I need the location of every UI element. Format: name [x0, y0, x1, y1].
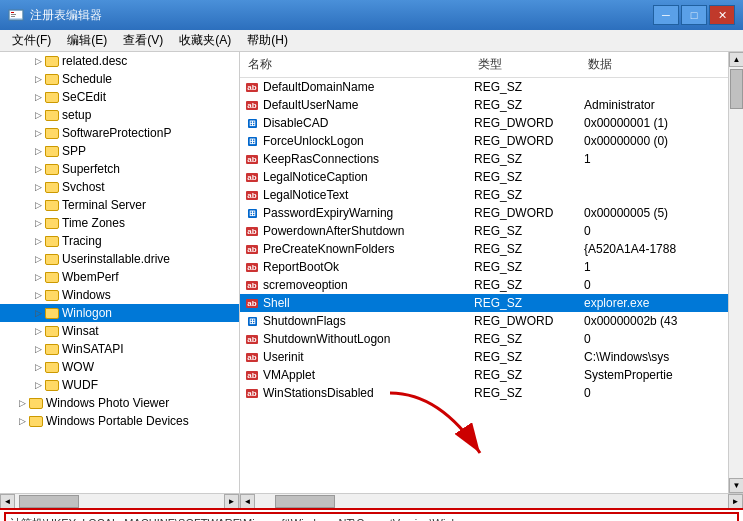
- tree-item[interactable]: ▷WbemPerf: [0, 268, 239, 286]
- tree-item-label: setup: [62, 108, 91, 122]
- tree-item[interactable]: ▷Userinstallable.drive: [0, 250, 239, 268]
- reg-cell-name: abShutdownWithoutLogon: [240, 332, 470, 346]
- tree-item[interactable]: ▷SoftwareProtectionP: [0, 124, 239, 142]
- reg-cell-data: C:\Windows\sys: [580, 350, 728, 364]
- registry-row[interactable]: abKeepRasConnectionsREG_SZ1: [240, 150, 728, 168]
- registry-row[interactable]: abShellREG_SZexplorer.exe: [240, 294, 728, 312]
- menu-edit[interactable]: 编辑(E): [59, 30, 115, 51]
- reg-name-text: DisableCAD: [263, 116, 328, 130]
- reg-name-text: ShutdownFlags: [263, 314, 346, 328]
- title-bar: 注册表编辑器 ─ □ ✕: [0, 0, 743, 30]
- registry-row[interactable]: abLegalNoticeTextREG_SZ: [240, 186, 728, 204]
- tree-item[interactable]: ▷Winlogon: [0, 304, 239, 322]
- reg-name-text: WinStationsDisabled: [263, 386, 374, 400]
- ab-icon: ab: [244, 386, 260, 400]
- scroll-up-button[interactable]: ▲: [729, 52, 743, 67]
- right-scrollbar[interactable]: ▲ ▼: [728, 52, 743, 493]
- hscroll-right-right-btn[interactable]: ►: [728, 494, 743, 509]
- reg-cell-type: REG_DWORD: [470, 206, 580, 220]
- tree-item[interactable]: ▷Schedule: [0, 70, 239, 88]
- registry-row[interactable]: abPreCreateKnownFoldersREG_SZ{A520A1A4-1…: [240, 240, 728, 258]
- hscroll-thumb-left[interactable]: [19, 495, 79, 508]
- reg-cell-type: REG_SZ: [470, 332, 580, 346]
- hscroll-track-right[interactable]: [255, 494, 728, 509]
- tree-item-label: SeCEdit: [62, 90, 106, 104]
- reg-cell-type: REG_SZ: [470, 188, 580, 202]
- tree-panel: ▷related.desc▷Schedule▷SeCEdit▷setup▷Sof…: [0, 52, 240, 493]
- registry-row[interactable]: abLegalNoticeCaptionREG_SZ: [240, 168, 728, 186]
- registry-content[interactable]: abDefaultDomainNameREG_SZabDefaultUserNa…: [240, 78, 728, 493]
- tree-item[interactable]: ▷setup: [0, 106, 239, 124]
- reg-name-text: ReportBootOk: [263, 260, 339, 274]
- tree-item-label: WinSATAPI: [62, 342, 124, 356]
- close-button[interactable]: ✕: [709, 5, 735, 25]
- tree-item[interactable]: ▷WUDF: [0, 376, 239, 394]
- registry-row[interactable]: abscremoveoptionREG_SZ0: [240, 276, 728, 294]
- tree-item[interactable]: ▷Windows Portable Devices: [0, 412, 239, 430]
- menu-file[interactable]: 文件(F): [4, 30, 59, 51]
- registry-row[interactable]: abDefaultUserNameREG_SZAdministrator: [240, 96, 728, 114]
- reg-cell-name: abPowerdownAfterShutdown: [240, 224, 470, 238]
- registry-row[interactable]: abReportBootOkREG_SZ1: [240, 258, 728, 276]
- scroll-track[interactable]: [729, 67, 743, 478]
- hscroll-track-left[interactable]: [15, 494, 224, 509]
- header-name: 名称: [240, 54, 470, 75]
- tree-item[interactable]: ▷WOW: [0, 358, 239, 376]
- reg-name-text: DefaultDomainName: [263, 80, 374, 94]
- registry-row[interactable]: ⊞ForceUnlockLogonREG_DWORD0x00000000 (0): [240, 132, 728, 150]
- registry-path: 计算机\HKEY_LOCAL_MACHINE\SOFTWARE\Microsof…: [10, 516, 478, 522]
- menu-help[interactable]: 帮助(H): [239, 30, 296, 51]
- svg-rect-3: [11, 14, 16, 15]
- menu-favorites[interactable]: 收藏夹(A): [171, 30, 239, 51]
- minimize-button[interactable]: ─: [653, 5, 679, 25]
- registry-row[interactable]: abUserinitREG_SZC:\Windows\sys: [240, 348, 728, 366]
- tree-item[interactable]: ▷SeCEdit: [0, 88, 239, 106]
- ab-icon: ab: [244, 368, 260, 382]
- tree-item[interactable]: ▷related.desc: [0, 52, 239, 70]
- reg-cell-data: 0x00000005 (5): [580, 206, 728, 220]
- hscroll-right-left-btn[interactable]: ◄: [240, 494, 255, 509]
- tree-scroll[interactable]: ▷related.desc▷Schedule▷SeCEdit▷setup▷Sof…: [0, 52, 239, 493]
- main-area: ▷related.desc▷Schedule▷SeCEdit▷setup▷Sof…: [0, 52, 743, 493]
- registry-row[interactable]: ⊞DisableCADREG_DWORD0x00000001 (1): [240, 114, 728, 132]
- registry-row[interactable]: ⊞PasswordExpiryWarningREG_DWORD0x0000000…: [240, 204, 728, 222]
- tree-item-label: Userinstallable.drive: [62, 252, 170, 266]
- maximize-button[interactable]: □: [681, 5, 707, 25]
- registry-row[interactable]: ⊞ShutdownFlagsREG_DWORD0x00000002b (43: [240, 312, 728, 330]
- tree-item[interactable]: ▷SPP: [0, 142, 239, 160]
- registry-row[interactable]: abPowerdownAfterShutdownREG_SZ0: [240, 222, 728, 240]
- tree-item-label: Tracing: [62, 234, 102, 248]
- folder-icon: [44, 90, 60, 104]
- scroll-thumb[interactable]: [730, 69, 743, 109]
- tree-item[interactable]: ▷Superfetch: [0, 160, 239, 178]
- reg-cell-type: REG_SZ: [470, 260, 580, 274]
- tree-item[interactable]: ▷Winsat: [0, 322, 239, 340]
- reg-cell-name: abVMApplet: [240, 368, 470, 382]
- tree-item[interactable]: ▷Windows: [0, 286, 239, 304]
- menu-view[interactable]: 查看(V): [115, 30, 171, 51]
- tree-item-label: Superfetch: [62, 162, 120, 176]
- tree-item[interactable]: ▷Svchost: [0, 178, 239, 196]
- hscroll-right-btn[interactable]: ►: [224, 494, 239, 509]
- registry-row[interactable]: abDefaultDomainNameREG_SZ: [240, 78, 728, 96]
- tree-item[interactable]: ▷Windows Photo Viewer: [0, 394, 239, 412]
- reg-cell-type: REG_SZ: [470, 98, 580, 112]
- tree-item-label: WUDF: [62, 378, 98, 392]
- tree-item[interactable]: ▷Time Zones: [0, 214, 239, 232]
- scroll-down-button[interactable]: ▼: [729, 478, 743, 493]
- tree-item[interactable]: ▷Tracing: [0, 232, 239, 250]
- right-panel: 名称 类型 数据 abDefaultDomainNameREG_SZabDefa…: [240, 52, 728, 493]
- hscroll-left-btn[interactable]: ◄: [0, 494, 15, 509]
- registry-row[interactable]: abVMAppletREG_SZSystemPropertie: [240, 366, 728, 384]
- reg-name-text: VMApplet: [263, 368, 315, 382]
- hscroll-thumb-right[interactable]: [275, 495, 335, 508]
- tree-item[interactable]: ▷WinSATAPI: [0, 340, 239, 358]
- reg-name-text: scremoveoption: [263, 278, 348, 292]
- ab-icon: ab: [244, 188, 260, 202]
- right-panel-wrapper: 名称 类型 数据 abDefaultDomainNameREG_SZabDefa…: [240, 52, 743, 493]
- reg-name-text: KeepRasConnections: [263, 152, 379, 166]
- registry-row[interactable]: abWinStationsDisabledREG_SZ0: [240, 384, 728, 402]
- tree-item-label: Terminal Server: [62, 198, 146, 212]
- tree-item[interactable]: ▷Terminal Server: [0, 196, 239, 214]
- registry-row[interactable]: abShutdownWithoutLogonREG_SZ0: [240, 330, 728, 348]
